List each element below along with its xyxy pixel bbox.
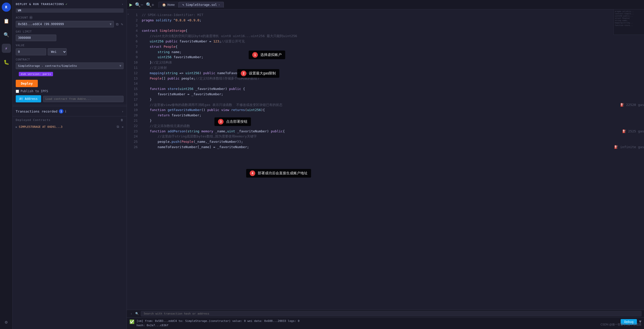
- value-label: VALUE: [13, 42, 127, 48]
- publish-ipfs-label: Publish to IPFS: [21, 89, 48, 93]
- terminal-log: ✅ [vm] from: 0x5B3...eddC4 to: SimpleSto…: [127, 317, 644, 329]
- log-text: [vm] from: 0x5B3...eddC4 to: SimpleStora…: [137, 319, 299, 327]
- terminal-search-input[interactable]: [141, 311, 641, 316]
- edit-account-btn[interactable]: ✎: [121, 22, 124, 27]
- settings-icon[interactable]: ⚙: [2, 317, 11, 326]
- contract-value: SimpleStorage - contracts/SimpleSto: [18, 64, 77, 68]
- check-icon: ✓: [66, 3, 68, 6]
- tab-close-icon[interactable]: ✕: [218, 3, 220, 6]
- evm-badge: evm version: paris: [19, 72, 53, 76]
- account-label: ACCOUNT +: [13, 14, 127, 20]
- search-icon[interactable]: 🔍: [2, 30, 11, 39]
- contract-select[interactable]: SimpleStorage - contracts/SimpleSto ▼: [16, 62, 124, 69]
- deployed-contract-item[interactable]: ▶ SIMPLESTORAGE AT 0XD91...3 ⧉ ✕: [16, 124, 124, 130]
- account-row: 0x5B3...eddC4 (99.9999999 ▼ ⧉ ✎: [13, 20, 127, 28]
- play-icon[interactable]: ▶: [129, 2, 132, 8]
- deployed-contracts-section: Deployed Contracts 🗑 ▶ SIMPLESTORAGE AT …: [13, 116, 127, 132]
- file-tab-icon: ✎: [182, 3, 184, 7]
- value-row: Wei Gwei Ether: [13, 48, 127, 56]
- files-icon[interactable]: 📋: [2, 16, 11, 25]
- activity-bar: R 📋 🔍 ⚡ 🐛 ⚙: [0, 0, 13, 329]
- line-numbers: 12345 678910 1112131415 1617181920 21222…: [130, 9, 140, 310]
- unit-select[interactable]: Wei Gwei Ether: [48, 48, 67, 55]
- arrow-icon: ›: [122, 3, 124, 6]
- code-area: ‹ 12345 678910 1112131415 1617181920 212…: [127, 9, 644, 310]
- zoom-out-icon[interactable]: 🔍−: [135, 2, 143, 7]
- gas-limit-row: [13, 34, 127, 42]
- deploy-icon[interactable]: ⚡: [2, 44, 11, 53]
- contract-address: SIMPLESTORAGE AT 0XD91...3: [19, 125, 62, 129]
- zoom-in-icon[interactable]: 🔍+: [146, 2, 154, 7]
- contract-row: SimpleStorage - contracts/SimpleSto ▼: [13, 62, 127, 70]
- debug-icon[interactable]: 🐛: [2, 57, 11, 67]
- terminal-collapse-btn[interactable]: ‹: [129, 312, 133, 316]
- account-value: 0x5B3...eddC4 (99.9999999: [18, 22, 64, 26]
- close-contract-icon[interactable]: ✕: [122, 125, 124, 129]
- account-plus-btn[interactable]: +: [29, 16, 33, 19]
- divider-1: [13, 105, 127, 105]
- code-content: ‹ 12345 678910 1112131415 1617181920 212…: [127, 9, 644, 310]
- transactions-section[interactable]: Transactions recorded 1 ℹ ›: [13, 106, 127, 116]
- copy-contract-icon[interactable]: ⧉: [117, 125, 119, 129]
- at-address-row: At Address: [13, 94, 127, 104]
- vm-badge: VM: [16, 8, 124, 13]
- csdn-watermark: CSDN @微一世繁华_颠半世流琼: [600, 323, 641, 326]
- deploy-button[interactable]: Deploy: [16, 80, 38, 87]
- collapse-panel-btn[interactable]: ‹: [127, 9, 130, 310]
- trash-icon[interactable]: 🗑: [121, 118, 124, 122]
- tab-file-label: SimpleStorage.sol: [186, 3, 217, 7]
- panel-title: DEPLOY & RUN TRANSACTIONS: [16, 3, 64, 6]
- gas-limit-input[interactable]: [16, 35, 56, 41]
- tab-bar: 🏠 Home ✎ SimpleStorage.sol ✕: [158, 2, 224, 8]
- transactions-badge: 1: [59, 109, 63, 114]
- account-input[interactable]: 0x5B3...eddC4 (99.9999999 ▼: [16, 21, 114, 27]
- left-panel: DEPLOY & RUN TRANSACTIONS ✓ › VM ACCOUNT…: [13, 0, 127, 329]
- editor-toolbar: ▶ 🔍− 🔍+ 🏠 Home ✎ SimpleStorage.sol ✕: [127, 0, 644, 9]
- deploy-row: Deploy: [13, 78, 127, 89]
- editor-area: ▶ 🔍− 🔍+ 🏠 Home ✎ SimpleStorage.sol ✕ ‹ 1…: [127, 0, 644, 329]
- search-icon-terminal: 🔍: [135, 312, 139, 315]
- copy-account-btn[interactable]: ⧉: [115, 22, 119, 27]
- terminal-bar: ‹ 🔍: [127, 310, 644, 317]
- log-line-1: [vm] from: 0x5B3...eddC4 to: SimpleStora…: [137, 319, 299, 323]
- log-line-2: hash: 0x2a7...c036f: [137, 323, 299, 328]
- publish-ipfs-checkbox[interactable]: [16, 90, 19, 93]
- tab-home[interactable]: 🏠 Home: [158, 2, 179, 8]
- transactions-chevron: ›: [122, 109, 124, 113]
- contract-chevron: ▶: [16, 126, 17, 128]
- at-address-button[interactable]: At Address: [16, 95, 41, 102]
- transactions-label: Transactions recorded: [16, 109, 57, 113]
- info-icon: ℹ: [65, 109, 66, 113]
- logo-icon[interactable]: R: [2, 3, 11, 12]
- publish-ipfs-row: Publish to IPFS: [13, 89, 127, 94]
- tab-home-label: Home: [167, 3, 175, 7]
- code-lines: // SPDX-License-Identifier: MIT pragma s…: [140, 9, 644, 310]
- deployed-contracts-label: Deployed Contracts: [16, 118, 50, 122]
- deployed-header: Deployed Contracts 🗑: [16, 118, 124, 122]
- home-tab-icon: 🏠: [162, 3, 166, 7]
- tab-simplestorage[interactable]: ✎ SimpleStorage.sol ✕: [179, 2, 224, 8]
- success-icon: ✅: [129, 319, 134, 324]
- at-address-input[interactable]: [43, 96, 124, 102]
- panel-header: DEPLOY & RUN TRANSACTIONS ✓ ›: [13, 0, 127, 7]
- mini-preview: pragma solidity... contract Simple... ui…: [614, 9, 644, 35]
- gas-limit-label: GAS LIMIT: [13, 28, 127, 34]
- value-amount-input[interactable]: [16, 48, 46, 55]
- contract-label: CONTRACT: [13, 56, 127, 62]
